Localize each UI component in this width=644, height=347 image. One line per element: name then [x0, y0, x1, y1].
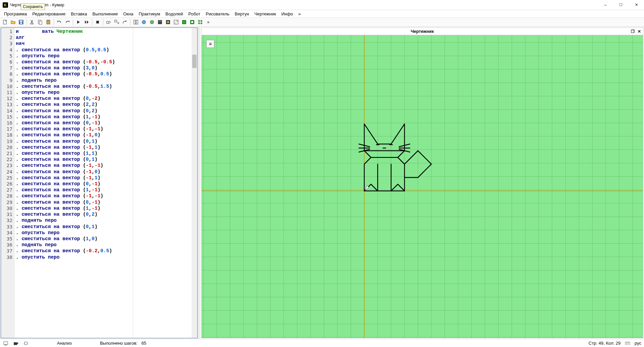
svg-rect-19 [160, 21, 161, 22]
panel-close-button[interactable]: ✕ [636, 28, 642, 34]
svg-rect-30 [201, 22, 202, 24]
pane-divider[interactable] [199, 27, 201, 339]
robot-button[interactable] [156, 18, 164, 26]
tool-c-button[interactable] [148, 18, 156, 26]
copy-button[interactable] [37, 18, 44, 26]
menu-Робот[interactable]: Робот [186, 11, 203, 17]
new-file-button[interactable] [1, 18, 9, 26]
chertezhnik-button[interactable] [180, 18, 188, 26]
svg-point-21 [167, 21, 169, 23]
status-line-col: Стр: 49, Кол: 29 [589, 341, 621, 346]
svg-rect-29 [198, 22, 200, 24]
tooltip: Сохранить [21, 3, 45, 10]
chertezhnik-canvas[interactable]: ≡ [202, 35, 643, 338]
canvas-menu-button[interactable]: ≡ [206, 40, 214, 48]
window-title: Чертежник_Кот.kum - Кумир [10, 3, 598, 7]
app-icon: K [3, 2, 8, 8]
step-over-button[interactable] [105, 18, 112, 26]
svg-rect-7 [39, 21, 42, 24]
svg-line-112 [418, 151, 431, 164]
svg-rect-27 [198, 20, 200, 22]
svg-rect-18 [159, 21, 160, 22]
svg-rect-11 [107, 21, 109, 23]
run-button[interactable] [75, 18, 82, 26]
menu-Водолей[interactable]: Водолей [163, 11, 185, 17]
step-into-button[interactable] [113, 18, 120, 26]
tool-a-button[interactable] [132, 18, 140, 26]
svg-rect-14 [136, 20, 138, 24]
menu-Практикум[interactable]: Практикум [136, 11, 163, 17]
svg-rect-127 [14, 342, 17, 345]
svg-rect-24 [183, 21, 185, 23]
svg-rect-9 [47, 20, 49, 21]
maximize-button[interactable]: ☐ [613, 0, 629, 10]
toolbar: » Сохранить [0, 17, 644, 27]
menubar: ПрограммаРедактированиеВставкаВыполнение… [0, 10, 644, 17]
step-button[interactable] [83, 18, 90, 26]
step-out-button[interactable] [121, 18, 128, 26]
status-icon-1[interactable] [3, 340, 9, 346]
svg-line-111 [405, 151, 418, 164]
separator [73, 19, 73, 25]
menu-Программа[interactable]: Программа [1, 11, 30, 17]
menu-Окна[interactable]: Окна [120, 11, 136, 17]
paste-button[interactable] [45, 18, 52, 26]
status-icon-2[interactable] [13, 340, 19, 346]
code-text[interactable]: и вать Чертежникалгнач. сместиться на ве… [14, 28, 133, 338]
svg-rect-13 [134, 20, 136, 24]
separator [92, 19, 92, 25]
statusbar: Анализ Выполнено шагов: 65 Стр: 49, Кол:… [0, 339, 644, 347]
redo-button[interactable] [64, 18, 71, 26]
tool-i-button[interactable] [197, 18, 204, 26]
svg-rect-128 [24, 342, 27, 345]
save-button[interactable] [17, 18, 25, 26]
code-editor[interactable]: 1234567891011121314151617181920212223242… [1, 27, 198, 338]
svg-rect-3 [20, 22, 22, 24]
panel-dock-button[interactable]: ❐ [630, 28, 636, 34]
svg-line-94 [364, 151, 371, 157]
vertun-button[interactable] [172, 18, 180, 26]
svg-rect-28 [201, 20, 202, 22]
right-panel: Чертежник ❐ ✕ ≡ [201, 27, 643, 338]
svg-line-90 [364, 124, 378, 144]
svg-rect-10 [96, 21, 99, 23]
svg-rect-2 [20, 20, 22, 22]
status-icon-3[interactable] [23, 340, 29, 346]
status-analysis: Анализ [57, 341, 72, 346]
vodolei-button[interactable] [140, 18, 148, 26]
menu-Вставка[interactable]: Вставка [68, 11, 90, 17]
open-button[interactable] [9, 18, 17, 26]
editor-scrollbar[interactable] [192, 28, 197, 338]
line-numbers: 1234567891011121314151617181920212223242… [1, 28, 14, 338]
tool-h-button[interactable] [189, 18, 196, 26]
menu-Вертун[interactable]: Вертун [232, 11, 252, 17]
minimize-button[interactable]: ─ [598, 0, 613, 10]
menu-Редактирование[interactable]: Редактирование [30, 11, 68, 17]
status-steps-label: Выполнено шагов: [100, 341, 138, 346]
editor-margin [133, 28, 192, 338]
close-button[interactable]: ✕ [629, 0, 644, 10]
separator [54, 19, 54, 25]
svg-rect-26 [191, 21, 193, 23]
menu-Чертежник[interactable]: Чертежник [252, 11, 279, 17]
menu-Выполнение[interactable]: Выполнение [90, 11, 120, 17]
status-steps-value: 65 [142, 341, 146, 346]
undo-button[interactable] [56, 18, 63, 26]
separator [130, 19, 130, 25]
svg-rect-126 [5, 345, 7, 345]
toolbar-more-button[interactable]: » [205, 18, 212, 26]
cut-button[interactable] [29, 18, 36, 26]
svg-rect-12 [115, 20, 117, 22]
menu-Инфо[interactable]: Инфо [279, 11, 296, 17]
menu-Рисователь[interactable]: Рисователь [203, 11, 232, 17]
titlebar: K Чертежник_Кот.kum - Кумир ─ ☐ ✕ [0, 0, 644, 10]
svg-rect-17 [158, 20, 162, 24]
menu-»[interactable]: » [296, 11, 303, 17]
risoatel-button[interactable] [164, 18, 172, 26]
svg-line-95 [398, 151, 405, 157]
status-kb-icon[interactable] [625, 340, 631, 346]
right-panel-title: Чертежник ❐ ✕ [202, 28, 643, 35]
stop-button[interactable] [94, 18, 101, 26]
status-lang: рус [635, 341, 641, 346]
main: 1234567891011121314151617181920212223242… [0, 27, 644, 339]
